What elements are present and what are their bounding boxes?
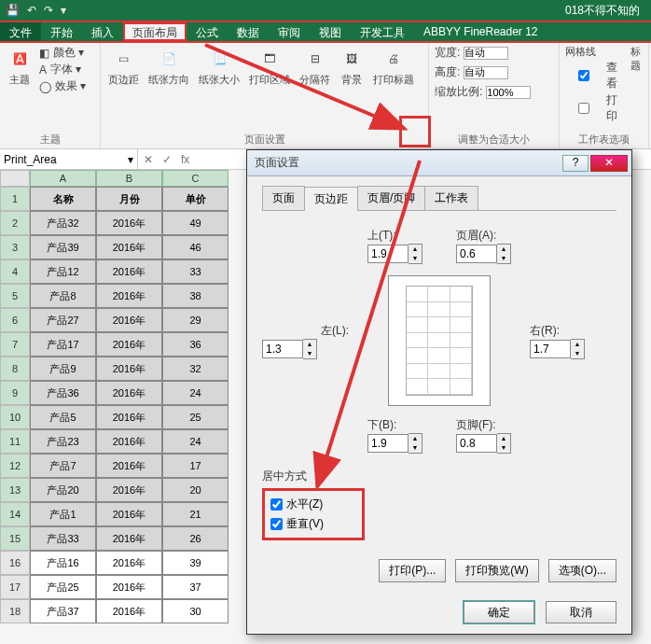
cell[interactable]: 产品8 xyxy=(30,284,96,308)
cell[interactable]: 2016年 xyxy=(96,235,162,259)
row-header[interactable]: 13 xyxy=(0,478,30,502)
cell[interactable]: 产品23 xyxy=(30,429,96,454)
print-button[interactable]: 打印(P)... xyxy=(379,559,446,582)
row-header[interactable]: 14 xyxy=(0,502,30,526)
cell[interactable]: 产品33 xyxy=(30,526,96,551)
zoom-input[interactable] xyxy=(486,86,531,99)
header-cell[interactable]: 月份 xyxy=(96,187,162,211)
cell[interactable]: 25 xyxy=(162,405,229,429)
cell[interactable]: 2016年 xyxy=(96,575,162,599)
bottom-margin-spin[interactable]: ▲▼ xyxy=(367,433,422,454)
row-header[interactable]: 3 xyxy=(0,235,30,259)
dialog-tab-header-footer[interactable]: 页眉/页脚 xyxy=(357,186,425,210)
cell[interactable]: 24 xyxy=(162,429,229,454)
cell[interactable]: 38 xyxy=(162,284,229,308)
cell[interactable]: 21 xyxy=(162,502,229,526)
breaks-button[interactable]: ⊟分隔符 xyxy=(298,45,332,89)
size-button[interactable]: 📃纸张大小 xyxy=(197,45,242,89)
center-horizontal[interactable]: 水平(Z) xyxy=(270,495,356,514)
dialog-tab-sheet[interactable]: 工作表 xyxy=(424,186,478,210)
cell[interactable]: 产品20 xyxy=(30,478,96,502)
gridlines-view-check[interactable] xyxy=(565,70,603,81)
cell[interactable]: 20 xyxy=(162,478,229,502)
dialog-tab-page[interactable]: 页面 xyxy=(262,186,305,210)
row-header[interactable]: 8 xyxy=(0,357,30,381)
cell[interactable]: 产品9 xyxy=(30,357,96,381)
tab-view[interactable]: 视图 xyxy=(310,22,351,41)
cell[interactable]: 产品27 xyxy=(30,308,96,332)
cell[interactable]: 产品16 xyxy=(30,551,96,575)
cell[interactable]: 26 xyxy=(162,526,229,551)
dialog-close-button[interactable]: ✕ xyxy=(590,155,628,172)
center-vertical[interactable]: 垂直(V) xyxy=(270,514,356,534)
col-header[interactable]: A xyxy=(30,170,96,187)
gridlines-print-check[interactable] xyxy=(565,103,603,114)
redo-icon[interactable]: ↷ xyxy=(44,4,53,17)
cancel-icon[interactable]: ✕ xyxy=(144,153,153,166)
cell[interactable]: 33 xyxy=(162,259,229,284)
row-header[interactable]: 2 xyxy=(0,211,30,235)
cancel-button[interactable]: 取消 xyxy=(546,601,616,623)
col-header[interactable]: B xyxy=(96,170,162,187)
tab-formulas[interactable]: 公式 xyxy=(187,22,228,41)
background-button[interactable]: 🖼背景 xyxy=(338,45,366,89)
cell[interactable]: 产品7 xyxy=(30,454,96,478)
row-header[interactable]: 12 xyxy=(0,454,30,478)
tab-home[interactable]: 开始 xyxy=(41,22,82,41)
theme-colors[interactable]: ◧颜色 ▾ xyxy=(39,45,86,61)
cell[interactable]: 产品1 xyxy=(30,502,96,526)
row-header[interactable]: 1 xyxy=(0,187,30,211)
width-input[interactable] xyxy=(464,47,508,60)
print-preview-button[interactable]: 打印预览(W) xyxy=(455,559,538,582)
dialog-tab-margins[interactable]: 页边距 xyxy=(304,187,358,211)
cell[interactable]: 2016年 xyxy=(96,332,162,357)
cell[interactable]: 产品5 xyxy=(30,405,96,429)
tab-review[interactable]: 审阅 xyxy=(269,22,310,41)
cell[interactable]: 产品37 xyxy=(30,599,96,623)
cell[interactable]: 46 xyxy=(162,235,229,259)
cell[interactable]: 产品36 xyxy=(30,381,96,405)
row-header[interactable]: 15 xyxy=(0,526,30,551)
select-all-corner[interactable] xyxy=(0,170,30,187)
print-area-button[interactable]: 🗔打印区域 xyxy=(247,45,292,89)
cell[interactable]: 2016年 xyxy=(96,478,162,502)
cell[interactable]: 产品25 xyxy=(30,575,96,599)
tab-page-layout[interactable]: 页面布局 xyxy=(123,22,187,41)
margins-button[interactable]: ▭页边距 xyxy=(106,45,141,89)
header-cell[interactable]: 单价 xyxy=(162,187,229,211)
row-header[interactable]: 17 xyxy=(0,575,30,599)
row-header[interactable]: 5 xyxy=(0,284,30,308)
row-header[interactable]: 11 xyxy=(0,429,30,454)
cell[interactable]: 2016年 xyxy=(96,381,162,405)
cell[interactable]: 2016年 xyxy=(96,211,162,235)
cell[interactable]: 产品17 xyxy=(30,332,96,357)
cell[interactable]: 2016年 xyxy=(96,357,162,381)
fx-icon[interactable]: fx xyxy=(181,153,189,166)
tab-data[interactable]: 数据 xyxy=(228,22,269,41)
row-header[interactable]: 16 xyxy=(0,551,30,575)
row-header[interactable]: 7 xyxy=(0,332,30,357)
cell[interactable]: 产品32 xyxy=(30,211,96,235)
theme-fonts[interactable]: A字体 ▾ xyxy=(39,62,86,77)
header-margin-spin[interactable]: ▲▼ xyxy=(456,244,511,264)
col-header[interactable]: C xyxy=(162,170,229,187)
tab-abbyy[interactable]: ABBYY FineReader 12 xyxy=(414,22,547,41)
row-header[interactable]: 9 xyxy=(0,381,30,405)
row-header[interactable]: 4 xyxy=(0,259,30,284)
cell[interactable]: 2016年 xyxy=(96,429,162,454)
cell[interactable]: 2016年 xyxy=(96,405,162,429)
cell[interactable]: 2016年 xyxy=(96,284,162,308)
qat-dropdown-icon[interactable]: ▾ xyxy=(61,4,66,17)
cell[interactable]: 17 xyxy=(162,454,229,478)
cell[interactable]: 产品39 xyxy=(30,235,96,259)
tab-developer[interactable]: 开发工具 xyxy=(351,22,414,41)
print-titles-button[interactable]: 🖨打印标题 xyxy=(371,45,416,89)
dialog-help-button[interactable]: ? xyxy=(562,155,589,172)
enter-icon[interactable]: ✓ xyxy=(162,153,172,166)
cell[interactable]: 37 xyxy=(162,575,229,599)
cell[interactable]: 30 xyxy=(162,599,229,623)
cell[interactable]: 2016年 xyxy=(96,599,162,623)
tab-insert[interactable]: 插入 xyxy=(82,22,123,41)
cell[interactable]: 产品12 xyxy=(30,259,96,284)
ok-button[interactable]: 确定 xyxy=(464,601,534,623)
